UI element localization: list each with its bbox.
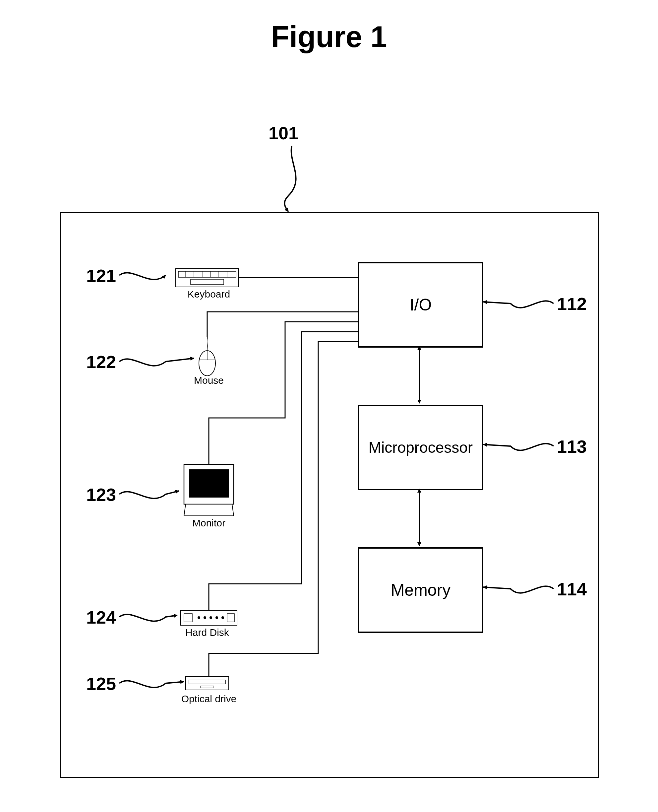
svg-point-19	[215, 616, 218, 619]
keyboard-icon	[176, 269, 239, 287]
diagram-svg	[0, 0, 658, 812]
wire-mouse	[207, 312, 358, 337]
lead-114	[483, 586, 554, 593]
svg-point-20	[221, 616, 224, 619]
lead-122	[119, 358, 194, 366]
svg-point-16	[197, 616, 200, 619]
svg-rect-14	[181, 610, 237, 625]
lead-113	[483, 443, 554, 450]
lead-121	[119, 273, 166, 279]
svg-rect-13	[189, 470, 229, 498]
lead-125	[119, 681, 184, 687]
lead-124	[119, 614, 177, 621]
lead-101	[284, 146, 296, 212]
wire-monitor	[209, 322, 358, 464]
figure-page: Figure 1 101 I/O Microprocessor Memory K…	[0, 0, 658, 812]
svg-point-17	[204, 616, 206, 619]
optical-icon	[186, 677, 229, 690]
lead-112	[483, 301, 554, 308]
monitor-icon	[184, 464, 234, 516]
lead-123	[119, 491, 179, 499]
harddisk-icon	[181, 610, 237, 625]
mouse-icon	[199, 337, 215, 376]
svg-point-18	[210, 616, 212, 619]
